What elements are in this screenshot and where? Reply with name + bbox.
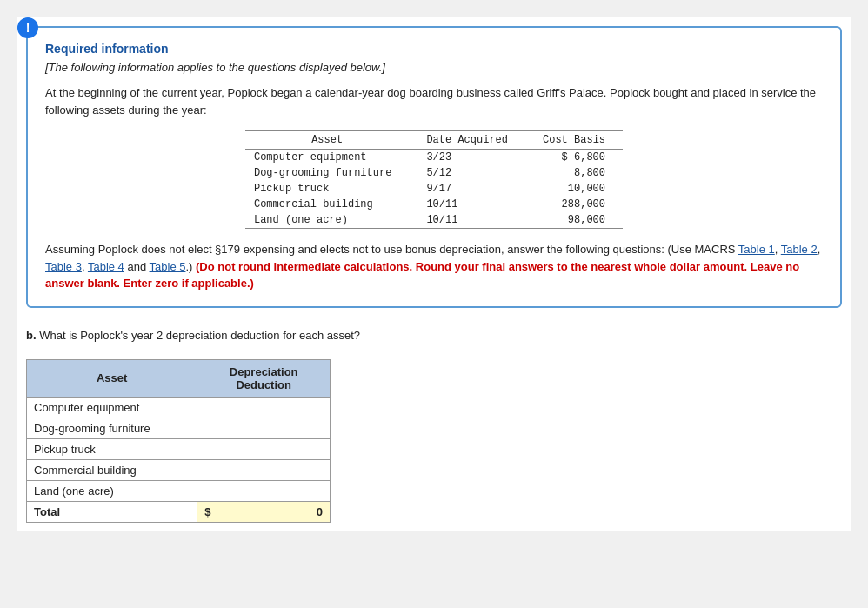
col-asset: Asset [245, 131, 409, 150]
col-cost: Cost Basis [525, 131, 623, 150]
asset-table: Asset Date Acquired Cost Basis Computer … [245, 130, 623, 229]
row-label-land: Land (one acre) [27, 480, 197, 501]
table4-link[interactable]: Table 4 [88, 260, 124, 273]
asset-name: Land (one acre) [245, 212, 409, 229]
note-text: Assuming Poplock does not elect §179 exp… [45, 241, 823, 292]
table3-link[interactable]: Table 3 [45, 260, 82, 273]
input-row-dog-grooming: Dog-grooming furniture [27, 418, 331, 438]
row-input-cell-pickup [197, 438, 331, 459]
asset-name: Commercial building [245, 197, 409, 212]
input-dog-grooming-furniture[interactable] [197, 418, 330, 438]
info-subtitle: [The following information applies to th… [45, 61, 823, 74]
page-container: ! Required information [The following in… [17, 17, 851, 531]
cost-basis: 8,800 [525, 165, 623, 181]
info-icon: ! [17, 17, 38, 38]
table-header-row: Asset DepreciationDeduction [27, 359, 331, 397]
table5-link[interactable]: Table 5 [150, 260, 186, 273]
asset-name: Pickup truck [245, 181, 409, 197]
date-acquired: 9/17 [409, 181, 525, 197]
cost-basis: $ 6,800 [525, 150, 623, 166]
input-pickup-truck[interactable] [197, 439, 330, 459]
input-row-pickup: Pickup truck [27, 438, 331, 459]
table1-link[interactable]: Table 1 [738, 243, 775, 256]
cost-basis: 98,000 [525, 212, 623, 229]
input-table-wrapper: Asset DepreciationDeduction Computer equ… [26, 359, 842, 523]
row-input-cell-land [197, 480, 331, 501]
cost-basis: 288,000 [525, 197, 623, 212]
date-acquired: 10/11 [409, 212, 525, 229]
asset-name: Computer equipment [245, 150, 409, 166]
date-acquired: 10/11 [409, 197, 525, 212]
col-header-depreciation: DepreciationDeduction [197, 359, 331, 397]
row-label-pickup: Pickup truck [27, 438, 197, 459]
date-acquired: 3/23 [409, 150, 525, 166]
cost-basis: 10,000 [525, 181, 623, 197]
input-row-computer: Computer equipment [27, 397, 331, 418]
table-row: Dog-grooming furniture 5/12 8,800 [245, 165, 623, 181]
row-label-computer: Computer equipment [27, 397, 197, 418]
total-label: Total [27, 501, 197, 522]
input-land[interactable] [197, 481, 330, 501]
row-label-commercial: Commercial building [27, 459, 197, 480]
info-description: At the beginning of the current year, Po… [45, 84, 823, 118]
input-commercial-building[interactable] [197, 460, 330, 480]
date-acquired: 5/12 [409, 165, 525, 181]
table-row: Pickup truck 9/17 10,000 [245, 181, 623, 197]
question-b-label: b. [26, 329, 37, 342]
row-input-cell-dog-grooming [197, 418, 331, 438]
total-value-cell: $ 0 [197, 501, 331, 522]
col-header-asset: Asset [27, 359, 197, 397]
col-date: Date Acquired [409, 131, 525, 150]
table-row: Land (one acre) 10/11 98,000 [245, 212, 623, 229]
input-row-commercial: Commercial building [27, 459, 331, 480]
total-row: Total $ 0 [27, 501, 331, 522]
input-row-land: Land (one acre) [27, 480, 331, 501]
row-label-dog-grooming: Dog-grooming furniture [27, 418, 197, 438]
question-b-text: What is Poplock's year 2 depreciation de… [39, 329, 360, 342]
total-value: 0 [317, 505, 323, 518]
input-computer-equipment[interactable] [197, 398, 330, 418]
question-b: b. What is Poplock's year 2 depreciation… [26, 329, 842, 342]
row-input-cell-commercial [197, 459, 331, 480]
info-title: Required information [45, 42, 823, 56]
asset-name: Dog-grooming furniture [245, 165, 409, 181]
table-row: Commercial building 10/11 288,000 [245, 197, 623, 212]
dollar-sign: $ [204, 505, 210, 518]
row-input-cell-computer [197, 397, 331, 418]
table-row: Computer equipment 3/23 $ 6,800 [245, 150, 623, 166]
info-box: ! Required information [The following in… [26, 26, 842, 308]
input-table: Asset DepreciationDeduction Computer equ… [26, 359, 331, 523]
table2-link[interactable]: Table 2 [781, 243, 818, 256]
